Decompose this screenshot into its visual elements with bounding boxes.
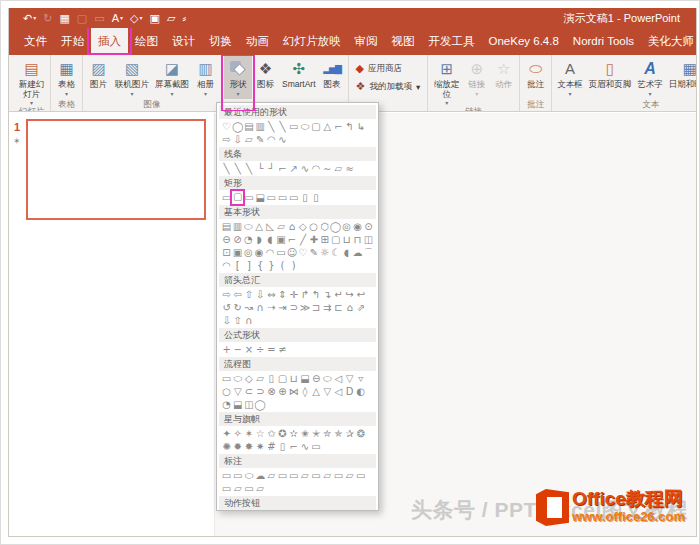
shape-icon[interactable]: ▭: [288, 469, 299, 482]
shape-icon[interactable]: ⊂: [243, 385, 254, 398]
shape-icon[interactable]: ◠: [311, 162, 322, 175]
shape-icon[interactable]: ○: [221, 385, 232, 398]
shape-icon[interactable]: ∼: [322, 162, 333, 175]
open-folder-icon[interactable]: ▱: [167, 9, 175, 27]
shape-icon[interactable]: ▣: [276, 233, 287, 246]
shape-icon[interactable]: ⊃: [288, 301, 299, 314]
tab-file[interactable]: 文件: [17, 28, 54, 55]
picture-button[interactable]: ▨图片: [85, 56, 112, 99]
shape-icon[interactable]: ▯: [311, 191, 322, 204]
shape-icon[interactable]: #: [266, 440, 277, 453]
shape-icon[interactable]: ∿: [277, 133, 288, 146]
shape-icon[interactable]: ×: [243, 343, 254, 356]
ghost-tool-icon-2[interactable]: ▭: [94, 9, 104, 27]
shape-icon[interactable]: ⬓: [232, 398, 243, 411]
tab-view[interactable]: 视图: [385, 28, 422, 55]
shape-icon[interactable]: ↩: [355, 288, 366, 301]
shape-icon[interactable]: ⊞: [319, 233, 330, 246]
shape-icon[interactable]: ⇧: [232, 314, 243, 327]
shape-icon[interactable]: ▭: [288, 120, 299, 133]
shape-icon[interactable]: ▥: [232, 220, 243, 233]
new-slide-button[interactable]: ▤新建幻灯片▾: [15, 56, 48, 106]
tab-transitions[interactable]: 切换: [202, 28, 239, 55]
shape-icon[interactable]: ⇩: [232, 133, 243, 146]
zoom-position-button[interactable]: ⊞缩放定位▾: [430, 56, 463, 106]
icons-button[interactable]: ❖图标: [252, 56, 279, 99]
shape-icon[interactable]: ⇨: [221, 133, 232, 146]
shape-icon[interactable]: ◗: [254, 233, 265, 246]
shape-icon[interactable]: ▽: [344, 372, 355, 385]
shape-icon[interactable]: ∿: [299, 440, 310, 453]
shape-icon[interactable]: ÷: [255, 343, 266, 356]
shape-icon[interactable]: ⬭: [322, 372, 333, 385]
tab-design[interactable]: 设计: [165, 28, 202, 55]
tab-onekey[interactable]: OneKey 6.4.8: [482, 28, 566, 55]
shape-icon[interactable]: ↵: [333, 288, 344, 301]
shape-icon[interactable]: ▢: [277, 372, 288, 385]
more-commands-icon[interactable]: ⸗: [182, 9, 186, 27]
shape-icon[interactable]: ⬭: [243, 220, 254, 233]
slide-thumbnail[interactable]: [26, 119, 206, 220]
shape-icon[interactable]: ◯: [330, 220, 341, 233]
shape-icon[interactable]: ↱: [299, 288, 310, 301]
shape-icon[interactable]: ✸: [243, 440, 254, 453]
shape-icon[interactable]: ↻: [232, 301, 243, 314]
shape-icon[interactable]: ↪: [344, 288, 355, 301]
tab-animations[interactable]: 动画: [239, 28, 276, 55]
shape-icon[interactable]: ◯: [255, 398, 266, 411]
link-button[interactable]: ⊕链接▾: [463, 56, 490, 106]
wordart-button[interactable]: A艺术字▾: [634, 56, 666, 99]
shape-icon[interactable]: ⌂: [286, 220, 297, 233]
shape-icon[interactable]: ▱: [232, 482, 243, 495]
redo-icon[interactable]: ↻: [43, 9, 52, 27]
screenshot-button[interactable]: ◪屏幕截图▾: [152, 56, 192, 99]
shape-icon[interactable]: ⌐: [287, 233, 298, 246]
shape-icon[interactable]: ♡: [297, 246, 308, 259]
shape-icon[interactable]: ☁: [255, 469, 266, 482]
shape-icon[interactable]: ▭: [277, 191, 288, 204]
shape-icon[interactable]: ✮: [322, 427, 333, 440]
shape-icon[interactable]: ↺: [221, 301, 232, 314]
shape-icon[interactable]: ✪: [277, 427, 288, 440]
shape-icon[interactable]: ╲: [232, 162, 243, 175]
shape-icon[interactable]: ▭: [221, 469, 232, 482]
shape-icon[interactable]: ▱: [276, 220, 287, 233]
shape-icon[interactable]: ▭: [221, 191, 232, 204]
shape-icon[interactable]: {: [255, 259, 266, 272]
shape-icon[interactable]: +: [221, 343, 232, 356]
shape-icon[interactable]: ◫: [243, 398, 254, 411]
shape-icon[interactable]: ⬡: [319, 220, 330, 233]
shape-icon[interactable]: ▿: [355, 372, 366, 385]
shape-icon[interactable]: ▱: [255, 372, 266, 385]
shape-icon[interactable]: ▤: [243, 120, 254, 133]
shape-icon[interactable]: ▽: [322, 385, 333, 398]
shape-icon[interactable]: ✫: [288, 427, 299, 440]
shape-icon[interactable]: ▱: [322, 469, 333, 482]
shape-icon[interactable]: ╲: [243, 162, 254, 175]
shape-icon[interactable]: ▥: [255, 120, 266, 133]
shape-icon[interactable]: ⌐: [288, 440, 299, 453]
shape-icon[interactable]: ♡: [221, 120, 232, 133]
shape-icon[interactable]: ⊙: [363, 220, 374, 233]
shape-icon[interactable]: =: [266, 343, 277, 356]
shape-icon[interactable]: ∩: [255, 301, 266, 314]
draw-table-icon[interactable]: ▦: [59, 9, 69, 27]
shape-icon[interactable]: ◊: [299, 385, 310, 398]
shapes-button[interactable]: 形状▾: [224, 56, 252, 99]
shape-icon[interactable]: ╲: [221, 162, 232, 175]
lasso-select-icon[interactable]: ◇▾: [130, 9, 142, 27]
shape-icon[interactable]: △: [311, 385, 322, 398]
save-icon[interactable]: ▣: [150, 9, 160, 27]
shape-icon[interactable]: ▭: [276, 246, 287, 259]
shape-icon[interactable]: ▯: [299, 191, 310, 204]
shape-icon[interactable]: ▭: [288, 191, 299, 204]
shape-icon[interactable]: (: [277, 259, 288, 272]
tab-draw[interactable]: 绘图: [128, 28, 165, 55]
shape-icon[interactable]: ⬭: [243, 469, 254, 482]
shape-icon[interactable]: ⊡: [221, 246, 232, 259]
shape-icon[interactable]: ⇦: [232, 288, 243, 301]
shape-icon[interactable]: ▽: [232, 385, 243, 398]
shape-icon[interactable]: ⬭: [299, 120, 310, 133]
datetime-button[interactable]: ▦日期和时间: [666, 56, 696, 99]
shape-icon[interactable]: ⇕: [277, 288, 288, 301]
